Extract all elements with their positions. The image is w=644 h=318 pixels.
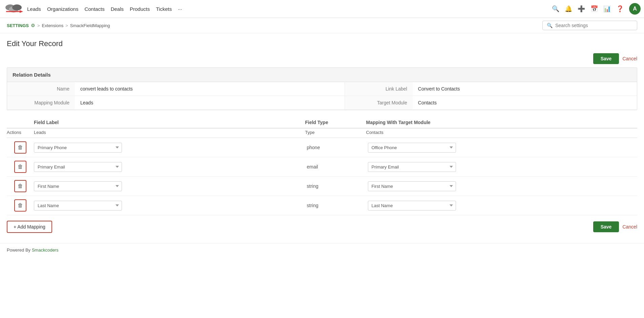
relation-details-header: Relation Details	[7, 68, 637, 82]
type-sub-header: Type	[305, 130, 366, 135]
bottom-right-actions: Save Cancel	[593, 221, 637, 232]
field-mapping-section: Field Label Field Type Mapping With Targ…	[7, 117, 637, 215]
chart-icon[interactable]: 📊	[603, 5, 611, 13]
lead-field-select-0[interactable]: Primary Phone	[34, 143, 122, 153]
save-button-bottom[interactable]: Save	[593, 221, 619, 232]
top-navigation: Leads Organizations Contacts Deals Produ…	[0, 0, 644, 18]
actions-col-2: 🗑	[7, 180, 34, 192]
name-value: convert leads to contacts	[75, 82, 345, 96]
table-row: Name convert leads to contacts Link Labe…	[7, 82, 637, 96]
actions-col-3: 🗑	[7, 199, 34, 212]
mapping-with-header: Mapping With Target Module	[366, 120, 638, 125]
actions-col-1: 🗑	[7, 161, 34, 173]
mapping-col-2: First Name	[368, 181, 638, 191]
mapping-col-3: Last Name	[368, 201, 638, 211]
mapping-row-2: 🗑 First Name string First Name	[7, 177, 637, 196]
page-title: Edit Your Record	[7, 39, 637, 48]
type-col-2: string	[307, 183, 368, 189]
avatar[interactable]: A	[629, 3, 641, 15]
top-action-row: Save Cancel	[0, 52, 644, 67]
svg-point-2	[12, 4, 22, 11]
lead-field-select-3[interactable]: Last Name	[34, 201, 122, 211]
help-icon[interactable]: ❓	[616, 5, 624, 13]
mapping-sub-headers: Actions Leads Type Contacts	[7, 128, 637, 138]
plus-icon[interactable]: ➕	[578, 5, 585, 13]
page-title-bar: Edit Your Record	[0, 33, 644, 52]
actions-col-0: 🗑	[7, 141, 34, 154]
link-label-label: Link Label	[345, 82, 413, 96]
field-label-col-2: First Name	[34, 181, 307, 191]
footer-text: Powered By	[7, 247, 32, 253]
search-settings-container: 🔍	[542, 21, 637, 30]
name-label: Name	[7, 82, 75, 96]
link-label-value: Convert to Contacts	[413, 82, 637, 96]
breadcrumb-settings[interactable]: SETTINGS	[7, 23, 29, 28]
breadcrumb-sep-1: >	[37, 23, 40, 28]
field-label-col-3: Last Name	[34, 201, 307, 211]
type-col-1: email	[307, 164, 368, 170]
mapping-module-value: Leads	[75, 96, 345, 110]
contact-field-select-3[interactable]: Last Name	[368, 201, 456, 211]
actions-sub-header: Actions	[7, 130, 34, 135]
mapping-row-0: 🗑 Primary Phone phone Office Phone	[7, 138, 637, 157]
table-row: Mapping Module Leads Target Module Conta…	[7, 96, 637, 110]
leads-sub-header: Leads	[34, 130, 305, 135]
nav-contacts[interactable]: Contacts	[84, 6, 104, 12]
nav-deals[interactable]: Deals	[111, 6, 124, 12]
bell-icon[interactable]: 🔔	[565, 5, 572, 13]
cancel-button-top[interactable]: Cancel	[622, 56, 637, 61]
bottom-action-bar: + Add Mapping Save Cancel	[7, 221, 637, 233]
logo	[3, 2, 24, 16]
field-label-col-0: Primary Phone	[34, 143, 307, 153]
mapping-col-1: Primary Email	[368, 162, 638, 172]
delete-button-3[interactable]: 🗑	[14, 199, 26, 212]
contacts-sub-header: Contacts	[366, 130, 638, 135]
breadcrumb: SETTINGS ⚙ > Extensions > SmackFieldMapp…	[7, 23, 110, 28]
nav-products[interactable]: Products	[130, 6, 150, 12]
contact-field-select-0[interactable]: Office Phone	[368, 143, 456, 153]
mapping-col-0: Office Phone	[368, 143, 638, 153]
search-settings-input[interactable]	[555, 23, 633, 28]
target-module-label: Target Module	[345, 96, 413, 110]
cancel-button-bottom[interactable]: Cancel	[622, 224, 637, 230]
svg-marker-4	[20, 10, 23, 13]
calendar-icon[interactable]: 📅	[590, 5, 598, 13]
mapping-row-3: 🗑 Last Name string Last Name	[7, 196, 637, 215]
nav-tickets[interactable]: Tickets	[156, 6, 172, 12]
breadcrumb-sep-2: >	[65, 23, 68, 28]
field-type-header: Field Type	[305, 120, 366, 125]
search-icon: 🔍	[547, 23, 553, 28]
nav-leads[interactable]: Leads	[27, 6, 41, 12]
contact-field-select-2[interactable]: First Name	[368, 181, 456, 191]
mapping-row-1: 🗑 Primary Email email Primary Email	[7, 157, 637, 177]
breadcrumb-extensions[interactable]: Extensions	[42, 23, 64, 28]
breadcrumb-current: SmackFieldMapping	[70, 23, 110, 28]
relation-details-table: Name convert leads to contacts Link Labe…	[7, 82, 637, 110]
nav-links: Leads Organizations Contacts Deals Produ…	[27, 6, 552, 12]
footer-link[interactable]: Smackcoders	[32, 247, 59, 253]
gear-icon: ⚙	[31, 23, 35, 28]
nav-right: 🔍 🔔 ➕ 📅 📊 ❓ A	[552, 3, 641, 15]
delete-button-2[interactable]: 🗑	[14, 180, 26, 192]
type-col-3: string	[307, 203, 368, 208]
relation-details-section: Relation Details Name convert leads to c…	[7, 67, 637, 110]
save-button-top[interactable]: Save	[593, 53, 619, 64]
nav-more[interactable]: ···	[178, 6, 182, 12]
type-col-0: phone	[307, 145, 368, 150]
target-module-value: Contacts	[413, 96, 637, 110]
delete-button-0[interactable]: 🗑	[14, 141, 26, 154]
footer: Powered By Smackcoders	[0, 243, 644, 257]
lead-field-select-1[interactable]: Primary Email	[34, 162, 122, 172]
search-icon[interactable]: 🔍	[552, 5, 559, 13]
add-mapping-button[interactable]: + Add Mapping	[7, 221, 52, 233]
field-label-header: Field Label	[34, 120, 305, 125]
lead-field-select-2[interactable]: First Name	[34, 181, 122, 191]
mapping-column-headers: Field Label Field Type Mapping With Targ…	[7, 117, 637, 128]
delete-button-1[interactable]: 🗑	[14, 161, 26, 173]
field-label-col-1: Primary Email	[34, 162, 307, 172]
breadcrumb-bar: SETTINGS ⚙ > Extensions > SmackFieldMapp…	[0, 18, 644, 33]
contact-field-select-1[interactable]: Primary Email	[368, 162, 456, 172]
mapping-module-label: Mapping Module	[7, 96, 75, 110]
nav-organizations[interactable]: Organizations	[47, 6, 79, 12]
